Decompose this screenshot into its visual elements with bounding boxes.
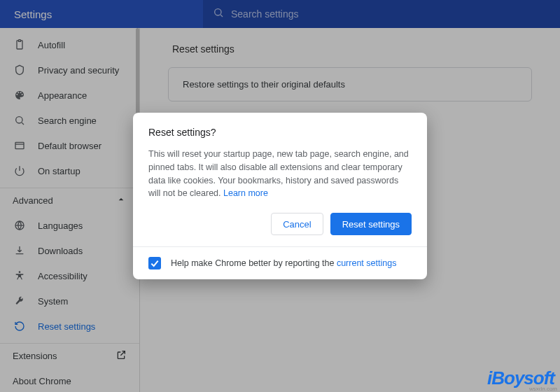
reset-button[interactable]: Reset settings [330, 213, 412, 235]
dialog-title: Reset settings? [148, 127, 412, 138]
modal-overlay: Reset settings? This will reset your sta… [0, 0, 560, 392]
current-settings-link[interactable]: current settings [337, 258, 396, 268]
help-checkbox[interactable] [148, 257, 161, 270]
help-text: Help make Chrome better by reporting the… [171, 258, 396, 268]
cancel-button[interactable]: Cancel [271, 213, 323, 235]
check-icon [149, 258, 160, 269]
dialog-text: This will reset your startup page, new t… [148, 148, 412, 200]
reset-dialog: Reset settings? This will reset your sta… [133, 113, 427, 279]
learn-more-link[interactable]: Learn more [223, 188, 268, 198]
